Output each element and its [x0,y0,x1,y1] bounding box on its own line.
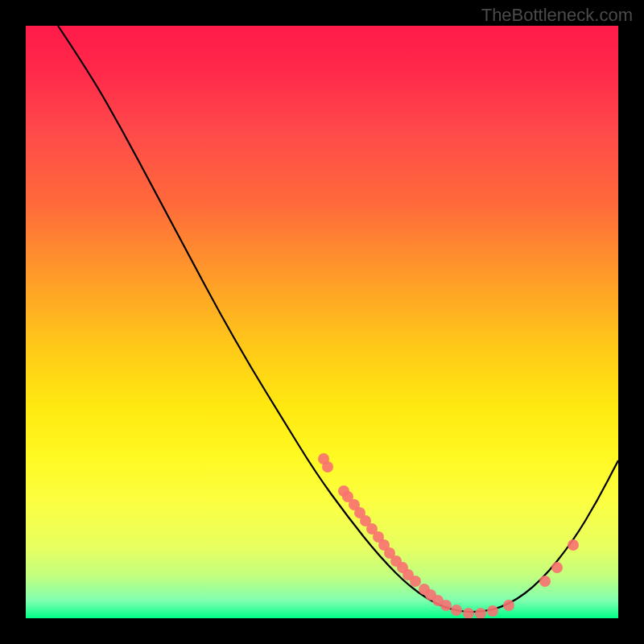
scatter-point [440,600,452,611]
scatter-point [451,605,462,616]
scatter-point [463,608,474,618]
watermark-text: TheBottleneck.com [481,5,633,26]
chart-plot-area [26,26,618,618]
chart-line [58,26,618,612]
chart-scatter-series [318,453,579,618]
scatter-point [487,605,498,617]
scatter-point [568,539,579,551]
scatter-point [475,608,486,618]
scatter-point [322,461,333,473]
scatter-point [410,576,421,587]
scatter-point [551,562,563,573]
scatter-point [539,576,551,587]
chart-svg [26,26,618,618]
scatter-point [503,600,514,611]
